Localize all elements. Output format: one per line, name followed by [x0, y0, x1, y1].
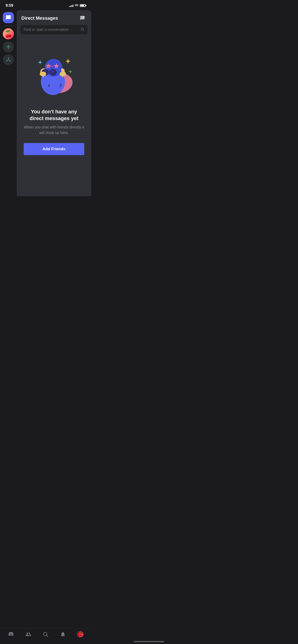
svg-point-20: [40, 72, 46, 76]
svg-marker-22: [38, 60, 43, 65]
empty-state-subtitle: When you chat with friends directly it w…: [24, 124, 84, 136]
empty-state-title: You don't have any direct messages yet: [24, 108, 84, 122]
server-avatar: [3, 28, 14, 40]
svg-point-21: [60, 72, 66, 76]
svg-marker-23: [65, 58, 71, 64]
wifi-icon: [75, 4, 79, 8]
sidebar-item-explore[interactable]: [3, 54, 14, 65]
svg-line-5: [8, 60, 10, 60]
add-friends-button[interactable]: Add Friends: [24, 143, 84, 155]
app-layout: Direct Messages Find or start a conversa…: [0, 10, 91, 196]
sidebar-item-server[interactable]: [3, 28, 14, 40]
dm-header: Direct Messages: [17, 10, 91, 25]
sidebar: [0, 10, 17, 196]
new-dm-button[interactable]: [78, 14, 87, 22]
svg-point-1: [6, 60, 8, 62]
sidebar-item-dm[interactable]: [3, 12, 14, 23]
svg-line-9: [83, 30, 84, 31]
status-icons: [69, 4, 86, 8]
status-bar: 9:59: [0, 0, 91, 10]
status-time: 9:59: [6, 3, 13, 8]
page-title: Direct Messages: [21, 16, 58, 21]
empty-state-illustration: [26, 47, 82, 103]
svg-line-4: [7, 60, 8, 60]
svg-point-19: [52, 71, 54, 72]
empty-state: You don't have any direct messages yet W…: [17, 38, 91, 196]
battery-icon: [80, 4, 86, 7]
svg-marker-24: [69, 70, 72, 74]
search-bar[interactable]: Find or start a conversation: [21, 25, 88, 34]
svg-point-0: [8, 58, 9, 59]
sidebar-item-add-server[interactable]: [3, 41, 14, 52]
search-icon: [81, 27, 84, 32]
svg-point-2: [10, 60, 11, 62]
sidebar-divider: [5, 26, 12, 26]
illustration-svg: [26, 47, 82, 103]
main-content: Direct Messages Find or start a conversa…: [17, 10, 91, 196]
signal-icon: [69, 4, 73, 7]
search-input[interactable]: Find or start a conversation: [24, 28, 78, 32]
